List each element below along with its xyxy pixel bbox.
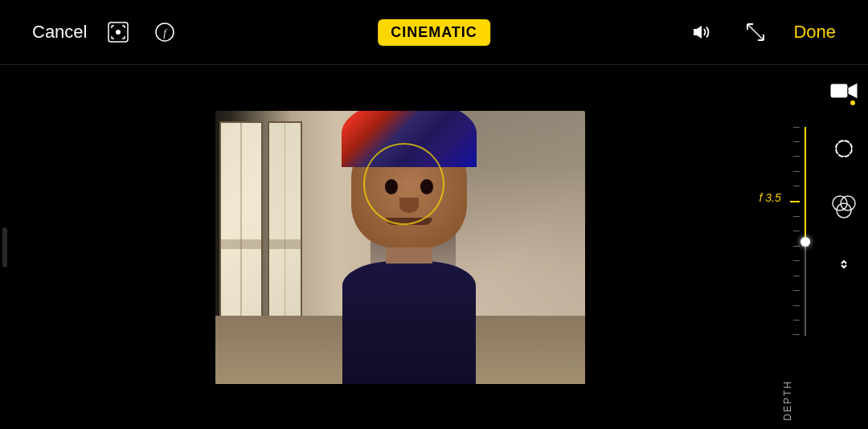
- svg-line-25: [837, 154, 839, 157]
- svg-line-23: [837, 141, 839, 144]
- video-tool-button[interactable]: [826, 73, 862, 108]
- right-panel: f 3.5: [776, 65, 868, 429]
- active-indicator: [850, 100, 855, 105]
- top-right-controls: Done: [687, 17, 836, 47]
- expand-button[interactable]: [740, 17, 771, 47]
- done-button[interactable]: Done: [793, 22, 836, 43]
- svg-line-24: [850, 154, 852, 157]
- flash-button[interactable]: f: [149, 17, 180, 47]
- depth-slider-area[interactable]: f 3.5: [776, 65, 820, 397]
- svg-rect-17: [830, 84, 848, 98]
- color-tool-button[interactable]: [826, 189, 862, 224]
- volume-button[interactable]: [687, 17, 718, 47]
- top-left-controls: Cancel: [32, 17, 180, 47]
- video-frame: [215, 111, 585, 384]
- depth-label: DEPTH: [782, 380, 793, 421]
- svg-line-26: [850, 141, 852, 144]
- tools-column: [824, 73, 864, 282]
- top-center: CINEMATIC: [378, 19, 490, 46]
- video-preview[interactable]: [24, 65, 776, 429]
- crop-tool-button[interactable]: [826, 247, 862, 282]
- cancel-button[interactable]: Cancel: [32, 22, 87, 43]
- main-content: f 3.5: [0, 65, 868, 429]
- left-panel: [0, 65, 24, 429]
- phone-frame: Cancel: [0, 0, 868, 429]
- f-stop-label: f 3.5: [760, 191, 781, 204]
- svg-line-16: [747, 24, 764, 40]
- cinematic-badge: CINEMATIC: [378, 19, 490, 46]
- adjust-tool-button[interactable]: [826, 131, 862, 166]
- focus-ring-button[interactable]: [103, 17, 133, 47]
- left-side-indicator: [2, 227, 7, 268]
- top-bar: Cancel: [0, 0, 868, 64]
- svg-point-1: [116, 30, 121, 35]
- header-separator: [0, 64, 868, 65]
- svg-text:f: f: [164, 27, 169, 39]
